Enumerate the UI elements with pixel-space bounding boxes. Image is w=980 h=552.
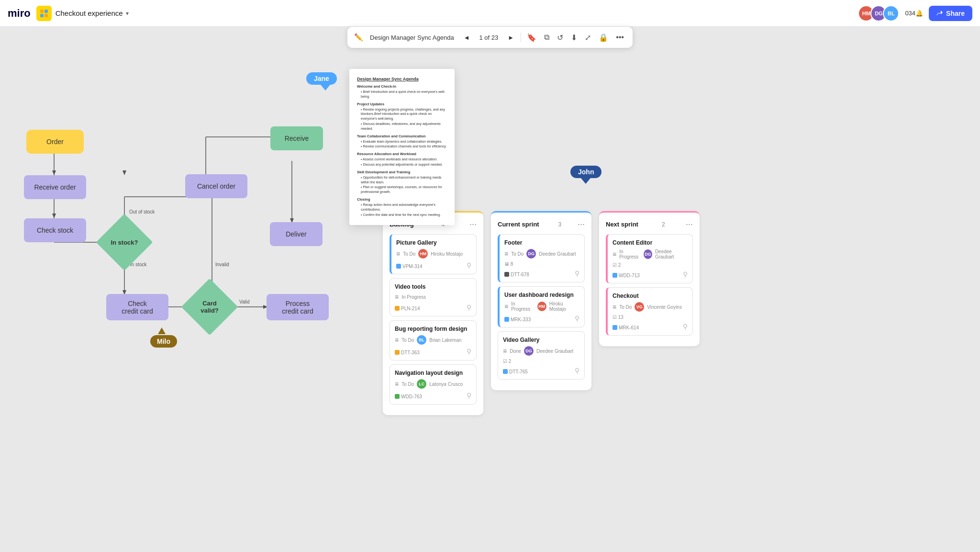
user-avatars: HM DG BL: [862, 5, 899, 22]
kanban-backlog-more[interactable]: ···: [469, 219, 477, 229]
tag-dot-vt: [395, 306, 400, 311]
agenda-bullet-2-2: • Discuss deadlines, milestones, and any…: [357, 122, 447, 131]
card-footer-video-gallery: DTT-765 ⚲: [503, 367, 579, 374]
kanban-next-header: Next sprint 2 ···: [606, 219, 693, 229]
nav-next[interactable]: ►: [505, 33, 517, 43]
agenda-section-3-title: Team Collaboration and Communication: [357, 134, 447, 138]
assignee-avatar-dg-1: DG: [526, 249, 536, 259]
agenda-title: Design Manager Sync Agenda: [357, 77, 447, 81]
share-button[interactable]: Share: [929, 6, 972, 21]
bookmark-icon[interactable]: 🔖: [525, 31, 538, 44]
node-check-credit-card[interactable]: Check credit card: [106, 294, 168, 320]
kanban-next-more[interactable]: ···: [686, 219, 693, 229]
tag-dot-pg: [396, 264, 401, 269]
assignee-avatar-hm-1: HM: [418, 249, 428, 259]
title-chevron-icon[interactable]: ▾: [126, 10, 129, 17]
card-status-checkout: To Do: [619, 304, 632, 310]
kanban-card-content-editor[interactable]: Content Editor ≡ In Progress DG Deedee G…: [606, 234, 693, 283]
kanban-current-more[interactable]: ···: [578, 219, 585, 229]
more-icon[interactable]: •••: [614, 31, 626, 44]
card-title-footer-item: Footer: [504, 239, 579, 246]
assignee-name-hm-1: Hiroku Mostajo: [431, 251, 463, 257]
tag-dot-content-editor: [612, 273, 617, 278]
card-count-checkout: ☑ 13: [612, 315, 688, 320]
kanban-card-footer[interactable]: Footer ≡ To Do DG Deedee Graubart 🖥 8 DT…: [498, 234, 585, 282]
card-title-picture-gallery: Picture Gallery: [396, 239, 471, 246]
agenda-section-1-title: Welcome and Check-In: [357, 84, 447, 89]
agenda-bullet-1-1: • Brief introduction and a quick check o…: [357, 90, 447, 99]
card-tag-video-gallery: DTT-765: [503, 369, 528, 374]
kanban-boards: Backlog 4 ··· Picture Gallery ≡ To Do HM…: [383, 211, 700, 415]
card-tag-dashboard: MRK-333: [504, 317, 531, 322]
card-status-picture-gallery: To Do: [403, 251, 415, 257]
kanban-card-navigation[interactable]: Navigation layout design ≡ To Do LC Lato…: [390, 364, 477, 405]
refresh-icon[interactable]: ↺: [555, 31, 565, 44]
node-receive-order[interactable]: Receive order: [24, 175, 86, 199]
copy-icon[interactable]: ⧉: [542, 31, 551, 44]
pin-icon-pg: ⚲: [467, 261, 471, 269]
board-backlog: Backlog 4 ··· Picture Gallery ≡ To Do HM…: [383, 211, 483, 415]
lock-icon[interactable]: 🔒: [597, 31, 610, 44]
tag-dot-nav: [395, 394, 400, 399]
card-meta-video-tools: ≡ In Progress: [395, 293, 471, 301]
card-status-video-tools: In Progress: [401, 294, 426, 300]
kanban-card-bug-reporting[interactable]: Bug reporting form design ≡ To Do BL Bri…: [390, 320, 477, 360]
agenda-bullet-3-1: • Evaluate team dynamics and collaborati…: [357, 139, 447, 144]
cursor-john: John: [570, 166, 601, 184]
tag-dot-checkout: [612, 325, 617, 330]
nav-prev[interactable]: ◄: [461, 33, 473, 43]
kanban-current-count: 3: [558, 221, 561, 228]
card-footer-bug: DTT-363 ⚲: [395, 348, 471, 355]
svg-text:Out of stock: Out of stock: [129, 209, 155, 214]
node-order[interactable]: Order: [26, 130, 84, 154]
agenda-bullet-2-1: • Review ongoing projects progress, chal…: [357, 107, 447, 121]
node-receive[interactable]: Receive: [270, 126, 323, 150]
svg-text:Valid: Valid: [239, 299, 250, 304]
toolbar-title[interactable]: Design Manager Sync Agenda: [367, 33, 457, 43]
tag-dot-video-gallery: [503, 369, 508, 374]
node-process-credit-card[interactable]: Process credit card: [267, 294, 329, 320]
card-meta-nav: ≡ To Do LC Latonya Crusco: [395, 379, 471, 389]
node-card-valid-diamond[interactable]: Card valid?: [186, 287, 234, 327]
card-title-video-gallery: Video Gallery: [503, 337, 579, 343]
card-footer-nav: WDD-763 ⚲: [395, 392, 471, 399]
agenda-card[interactable]: Design Manager Sync Agenda Welcome and C…: [349, 69, 455, 225]
assignee-name-vg: Vincente Goyins: [647, 304, 682, 310]
node-cancel-order[interactable]: Cancel order: [185, 174, 247, 198]
kanban-card-video-gallery[interactable]: Video Gallery ≡ Done DG Deedee Graubart …: [498, 331, 585, 380]
svg-marker-22: [122, 170, 126, 175]
card-meta-checkout: ≡ To Do VG Vincente Goyins: [612, 302, 688, 312]
kanban-card-video-tools[interactable]: Video tools ≡ In Progress PLN-214 ⚲: [390, 278, 477, 316]
card-count-content-editor: ☑ 2: [612, 262, 688, 268]
agenda-section-6-title: Closing: [357, 197, 447, 202]
card-title-nav: Navigation layout design: [395, 370, 471, 376]
svg-rect-2: [40, 14, 44, 17]
canvas: Out of stock In stock Valid Invalid Orde…: [0, 27, 980, 552]
node-deliver[interactable]: Deliver: [270, 222, 323, 246]
node-in-stock-diamond[interactable]: In stock?: [104, 222, 145, 262]
node-check-stock[interactable]: Check stock: [24, 218, 86, 242]
assignee-avatar-bl: BL: [417, 335, 426, 345]
kanban-card-user-dashboard[interactable]: User dashboard redesign ≡ In Progress HM…: [498, 286, 585, 327]
board-next-sprint: Next sprint 2 ··· Content Editor ≡ In Pr…: [599, 211, 700, 415]
download-icon[interactable]: ⬇: [569, 31, 579, 44]
card-tag-vt: PLN-214: [395, 306, 420, 311]
topbar: miro Checkout experience ▾ HM DG BL 034🔔…: [0, 0, 980, 27]
tag-dot-footer-item: [504, 272, 509, 277]
svg-rect-1: [45, 10, 48, 13]
board-title[interactable]: Checkout experience: [56, 9, 123, 17]
card-tag-pg: VPM-314: [396, 264, 423, 269]
card-status-bug: To Do: [401, 338, 414, 343]
kanban-card-picture-gallery[interactable]: Picture Gallery ≡ To Do HM Hiroku Mostaj…: [390, 234, 477, 274]
card-meta-footer: ≡ To Do DG Deedee Graubart: [504, 249, 579, 259]
cursor-jane: Jane: [306, 72, 337, 90]
card-status-video-gallery: Done: [510, 349, 521, 354]
open-icon[interactable]: ⤢: [583, 31, 593, 44]
board-current-sprint: Current sprint 3 ··· Footer ≡ To Do DG D…: [491, 211, 591, 415]
kanban-card-checkout[interactable]: Checkout ≡ To Do VG Vincente Goyins ☑ 13…: [606, 287, 693, 336]
separator-1: [521, 33, 521, 42]
card-footer-dashboard: MRK-333 ⚲: [504, 315, 579, 322]
assignee-name-dg-2: Deedee Graubart: [536, 349, 573, 354]
card-title-checkout: Checkout: [612, 293, 688, 299]
card-title-content-editor: Content Editor: [612, 239, 688, 246]
